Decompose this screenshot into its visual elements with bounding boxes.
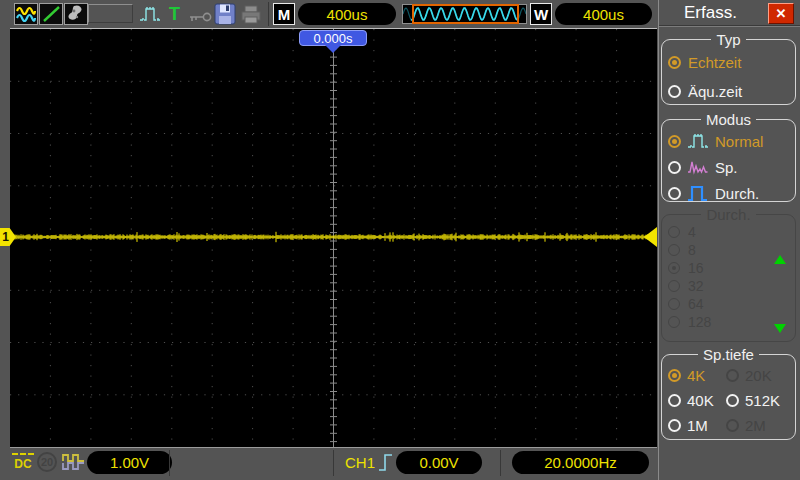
radio-icon (668, 85, 681, 98)
radio-icon (668, 187, 681, 200)
option-avg-4[interactable]: 4 (668, 223, 789, 241)
trigger-level-marker[interactable] (644, 227, 657, 247)
status-well (88, 4, 133, 23)
scroll-up-icon[interactable] (774, 255, 786, 264)
section-modus-title: Modus (701, 111, 756, 128)
scroll-down-icon[interactable] (774, 324, 786, 333)
frequency-counter-readout: 20.0000Hz (512, 451, 649, 474)
average-icon (687, 183, 709, 203)
section-durch-title: Durch. (701, 206, 755, 223)
printer-icon (240, 4, 262, 28)
radio-icon (668, 419, 681, 432)
option-avg-16[interactable]: 16 (668, 259, 789, 277)
top-toolbar: T M 400us (0, 0, 658, 28)
panel-title: Erfass. (684, 3, 737, 23)
oscilloscope-screen: T M 400us (0, 0, 800, 480)
radio-icon (726, 369, 739, 382)
section-durch: Durch. 4 8 16 32 64 1 (661, 206, 796, 342)
line-display-button[interactable] (39, 3, 63, 25)
panel-separator (659, 25, 800, 27)
radio-icon (668, 394, 681, 407)
window-timebase-badge: W (530, 3, 552, 25)
window-timebase-readout: 400us (555, 3, 652, 25)
option-2m[interactable]: 2M (726, 413, 789, 438)
option-20k[interactable]: 20K (726, 363, 789, 388)
waveform-display: 0.000s (10, 28, 657, 448)
snapshot-button[interactable] (64, 3, 88, 25)
main-timebase-letter: M (278, 6, 291, 23)
option-4k[interactable]: 4K (668, 363, 726, 388)
trigger-position-pointer-icon (325, 45, 341, 53)
acquire-mode-status-icon (139, 4, 161, 28)
option-normal[interactable]: Normal (668, 128, 789, 154)
radio-icon (668, 244, 680, 256)
section-typ: Typ Echtzeit Äqu.zeit (661, 31, 796, 105)
section-modus: Modus Normal Sp. Durch. (661, 111, 796, 202)
lock-key-icon (188, 9, 212, 27)
acquire-menu-panel: Erfass. ✕ Typ Echtzeit Äqu.zeit Modus (658, 0, 800, 480)
ch1-trace (10, 29, 657, 447)
peak-detect-icon (687, 157, 709, 177)
option-1m[interactable]: 1M (668, 413, 726, 438)
section-sptiefe-title: Sp.tiefe (698, 346, 759, 363)
section-sptiefe: Sp.tiefe 4K 20K 40K 512K (661, 346, 796, 440)
option-aequzeit[interactable]: Äqu.zeit (668, 77, 789, 106)
main-timebase-badge: M (273, 3, 295, 25)
radio-icon (668, 262, 680, 274)
radio-icon (668, 298, 680, 310)
window-timebase-letter: W (534, 6, 548, 23)
dc-coupling-icon: DC (12, 453, 34, 470)
radio-icon (726, 419, 739, 432)
bottom-status-bar: DC 20 1.00V CH1 0.00V 20.0000Hz (0, 448, 658, 480)
close-icon: ✕ (776, 6, 787, 21)
toolbar-divider (268, 2, 269, 26)
save-floppy-icon[interactable] (214, 3, 236, 29)
trigger-level-readout: 0.00V (396, 451, 482, 474)
pulse-normal-icon (687, 131, 709, 151)
statusbar-divider (169, 450, 170, 476)
option-echtzeit[interactable]: Echtzeit (668, 48, 789, 77)
close-button[interactable]: ✕ (768, 3, 794, 24)
option-sp[interactable]: Sp. (668, 154, 789, 180)
bandwidth-limit-icon: 20 (37, 452, 57, 472)
trigger-position-value: 0.000s (313, 31, 352, 46)
waveform-preview[interactable] (402, 4, 527, 24)
radio-icon (668, 226, 680, 238)
radio-icon (726, 394, 739, 407)
invert-icon (62, 453, 86, 475)
trigger-status-icon: T (169, 2, 180, 26)
option-durch-mode[interactable]: Durch. (668, 180, 789, 206)
option-avg-128[interactable]: 128 (668, 313, 789, 331)
option-avg-8[interactable]: 8 (668, 241, 789, 259)
preview-window-frame[interactable] (412, 4, 519, 24)
radio-icon (668, 161, 681, 174)
snapshot-icon (66, 5, 86, 23)
option-avg-32[interactable]: 32 (668, 277, 789, 295)
radio-icon (668, 316, 680, 328)
section-typ-title: Typ (711, 31, 745, 48)
radio-icon (668, 135, 681, 148)
rising-edge-icon (378, 451, 394, 477)
option-40k[interactable]: 40K (668, 388, 726, 413)
radio-icon (668, 56, 681, 69)
diagonal-line-icon (41, 5, 61, 23)
trigger-position-tag[interactable]: 0.000s (299, 30, 367, 46)
radio-icon (668, 280, 680, 292)
main-timebase-readout: 400us (298, 3, 396, 25)
option-512k[interactable]: 512K (726, 388, 789, 413)
channel-waveforms-button[interactable] (14, 3, 38, 25)
trigger-source-label: CH1 (345, 454, 375, 471)
statusbar-divider (333, 450, 334, 476)
option-avg-64[interactable]: 64 (668, 295, 789, 313)
volts-per-div-readout: 1.00V (87, 451, 172, 474)
radio-icon (668, 369, 681, 382)
channel-waveforms-icon (16, 5, 36, 23)
statusbar-divider (500, 450, 501, 476)
